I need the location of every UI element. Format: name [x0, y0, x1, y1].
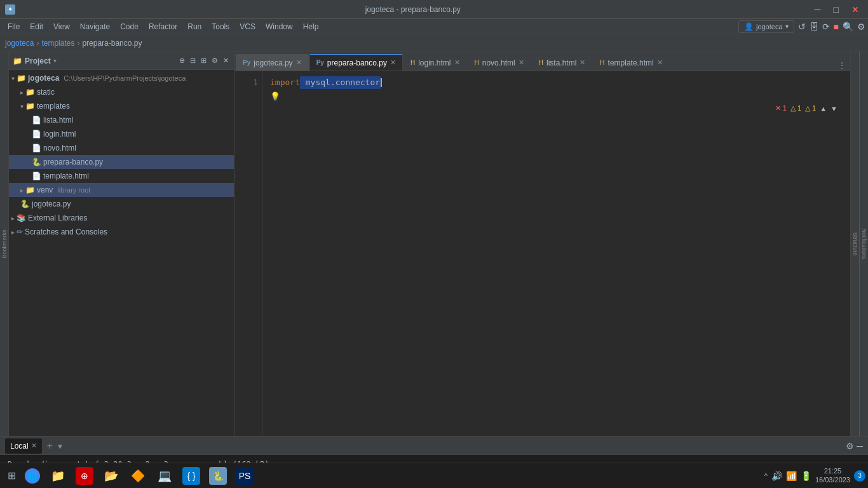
warn-count2: △ 1	[805, 104, 816, 112]
toolbar-icon-sync[interactable]: ⟳	[822, 22, 830, 32]
tree-static-label: static	[37, 88, 55, 97]
py-file-icon: 🐍	[32, 158, 41, 166]
taskbar-chrome[interactable]: 🌐	[21, 467, 44, 485]
title-bar: ✦ jogoteca - prepara-banco.py ─ □ ✕	[0, 0, 868, 19]
tab-login-html[interactable]: H login.html ✕	[403, 54, 467, 71]
close-panel-button[interactable]: ✕	[222, 55, 230, 66]
tray-network-icon[interactable]: 🔊	[771, 471, 782, 481]
lightbulb-icon[interactable]: 💡	[270, 90, 280, 104]
project-panel: 📁 Project ▾ ⊕ ⊟ ⊞ ⚙ ✕ ▾ 📁 jogoteca C:\Us…	[9, 52, 234, 436]
terminal-settings-button[interactable]: ⚙	[846, 441, 854, 451]
account-button[interactable]: 👤 jogoteca ▾	[738, 20, 794, 33]
folder-icon: 📁	[25, 186, 35, 194]
add-terminal-button[interactable]: +	[44, 440, 55, 452]
structure-sidebar: Structure	[850, 52, 859, 436]
taskbar-app5[interactable]: 🔶	[125, 466, 151, 486]
taskbar-vscode[interactable]: { }	[179, 466, 204, 486]
tree-login-html[interactable]: 📄 login.html	[9, 127, 234, 141]
tray-volume-icon[interactable]: 📶	[786, 471, 797, 481]
scratches-icon: ✏	[17, 227, 23, 236]
toolbar-icon-update[interactable]: ↺	[798, 22, 806, 32]
taskbar-app6[interactable]: 💻	[152, 466, 177, 486]
menu-view[interactable]: View	[48, 21, 75, 32]
tray-wifi-icon[interactable]: 🔋	[801, 471, 811, 481]
tree-novo-html[interactable]: 📄 novo.html	[9, 141, 234, 155]
code-area[interactable]: import mysql.connector 💡	[262, 71, 850, 436]
menu-navigate[interactable]: Navigate	[75, 21, 115, 32]
app6-icon: 💻	[156, 467, 173, 485]
close-tab-login[interactable]: ✕	[454, 58, 460, 67]
terminal-close-button[interactable]: ─	[857, 441, 863, 451]
close-tab-jogoteca[interactable]: ✕	[296, 58, 302, 67]
chevron-down-icon: ▾	[11, 75, 15, 82]
title-bar-left: ✦	[5, 4, 15, 15]
tree-root[interactable]: ▾ 📁 jogoteca C:\Users\HP\PycharmProjects…	[9, 71, 234, 85]
tree-static[interactable]: ▸ 📁 static	[9, 85, 234, 99]
taskbar-pycharm[interactable]: 🐍	[205, 466, 231, 486]
tree-jogoteca-py[interactable]: 🐍 jogoteca.py	[9, 197, 234, 211]
chevron-up-icon[interactable]: ▲	[820, 105, 827, 112]
start-button[interactable]: ⊞	[3, 468, 21, 483]
toolbar-icon-search[interactable]: 🔍	[843, 22, 853, 32]
taskbar-powershell[interactable]: PS	[232, 466, 257, 486]
minimize-button[interactable]: ─	[811, 3, 825, 16]
tabs-overflow[interactable]: ⋮	[835, 60, 849, 71]
close-button[interactable]: ✕	[848, 3, 863, 16]
menu-help[interactable]: Help	[298, 21, 324, 32]
taskbar-app3[interactable]: ⊕	[72, 466, 97, 486]
tree-external-libraries[interactable]: ▸ 📚 External Libraries	[9, 211, 234, 225]
editor-content[interactable]: 1 import mysql.connector 💡	[234, 71, 850, 436]
project-title[interactable]: Project	[25, 57, 51, 65]
tree-scratches[interactable]: ▸ ✏ Scratches and Consoles	[9, 225, 234, 239]
chevron-down-icon[interactable]: ▾	[53, 57, 57, 64]
menu-window[interactable]: Window	[261, 21, 298, 32]
tab-novo-html[interactable]: H novo.html ✕	[468, 54, 531, 71]
close-tab-novo[interactable]: ✕	[519, 58, 524, 67]
tab-prepara-banco-py[interactable]: Py prepara-banco.py ✕	[309, 54, 403, 71]
menu-file[interactable]: File	[3, 21, 25, 32]
keyword-import: import	[270, 76, 300, 90]
tab-jogoteca-py[interactable]: Py jogoteca.py ✕	[236, 54, 309, 71]
menu-edit[interactable]: Edit	[25, 21, 48, 32]
terminal-tab-local[interactable]: Local ✕	[5, 438, 42, 454]
breadcrumb-jogoteca[interactable]: jogoteca	[5, 39, 34, 48]
tree-templates[interactable]: ▾ 📁 templates	[9, 99, 234, 113]
collapse-all-button[interactable]: ⊟	[189, 55, 197, 66]
close-tab-template[interactable]: ✕	[657, 58, 663, 67]
menu-tools[interactable]: Tools	[207, 21, 234, 32]
menu-refactor[interactable]: Refactor	[144, 21, 182, 32]
html-icon: H	[539, 59, 543, 66]
toolbar-icon-db[interactable]: 🗄	[810, 22, 818, 32]
close-tab-lista[interactable]: ✕	[580, 58, 585, 67]
taskbar-explorer[interactable]: 📁	[45, 466, 71, 486]
settings-button[interactable]: ⚙	[210, 55, 219, 66]
taskbar-clock[interactable]: 21:25 16/03/2023	[815, 467, 850, 484]
chevron-down-icon[interactable]: ▼	[831, 105, 837, 112]
bookmarks-label: Bookmarks	[1, 229, 8, 258]
breadcrumb-templates[interactable]: templates	[41, 39, 74, 48]
menu-code[interactable]: Code	[115, 21, 144, 32]
expand-all-button[interactable]: ⊞	[200, 55, 208, 66]
close-tab-prepara-banco[interactable]: ✕	[390, 58, 396, 67]
external-libraries-label: External Libraries	[28, 214, 87, 222]
menu-run[interactable]: Run	[182, 21, 207, 32]
close-terminal-tab[interactable]: ✕	[31, 442, 37, 450]
tab-template-html[interactable]: H template.html ✕	[593, 54, 669, 71]
terminal-dropdown-button[interactable]: ▾	[58, 441, 62, 451]
tree-lista-html[interactable]: 📄 lista.html	[9, 113, 234, 127]
tab-lista-html[interactable]: H lista.html ✕	[532, 54, 593, 71]
project-panel-header: 📁 Project ▾ ⊕ ⊟ ⊞ ⚙ ✕	[9, 52, 234, 70]
toolbar-icon-stop[interactable]: ■	[834, 22, 839, 32]
maximize-button[interactable]: □	[830, 3, 843, 16]
notification-badge[interactable]: 3	[854, 470, 865, 482]
taskbar-app4[interactable]: 📂	[98, 466, 124, 486]
tab-label-prepara-banco: prepara-banco.py	[327, 58, 387, 67]
menu-vcs[interactable]: VCS	[234, 21, 261, 32]
tree-template-html[interactable]: 📄 template.html	[9, 169, 234, 183]
tree-venv[interactable]: ▸ 📁 venv library root	[9, 183, 234, 197]
locate-file-button[interactable]: ⊕	[178, 55, 186, 66]
toolbar-icon-settings[interactable]: ⚙	[857, 22, 865, 32]
tray-chevron[interactable]: ^	[764, 472, 768, 480]
project-header-left: 📁 Project ▾	[13, 57, 57, 65]
tree-prepara-banco-py[interactable]: 🐍 prepara-banco.py	[9, 155, 234, 169]
